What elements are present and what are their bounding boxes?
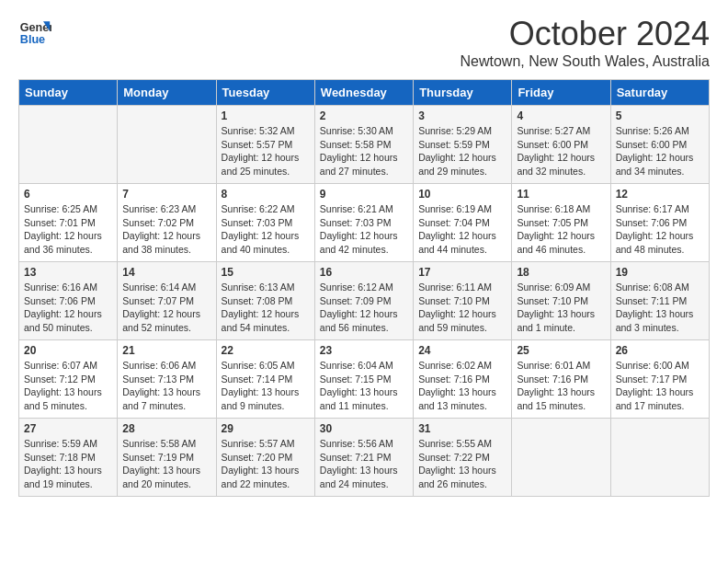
day-number: 24 [418, 344, 506, 357]
day-number: 20 [24, 344, 112, 357]
day-content: Sunrise: 6:06 AM Sunset: 7:13 PM Dayligh… [122, 359, 210, 413]
calendar-body: 1Sunrise: 5:32 AM Sunset: 5:57 PM Daylig… [19, 106, 710, 497]
calendar-cell: 12Sunrise: 6:17 AM Sunset: 7:06 PM Dayli… [610, 184, 709, 262]
day-content: Sunrise: 5:29 AM Sunset: 5:59 PM Dayligh… [418, 124, 506, 178]
calendar-table: SundayMondayTuesdayWednesdayThursdayFrid… [18, 79, 710, 497]
day-content: Sunrise: 6:07 AM Sunset: 7:12 PM Dayligh… [24, 359, 112, 413]
calendar-cell: 16Sunrise: 6:12 AM Sunset: 7:09 PM Dayli… [314, 262, 413, 340]
calendar-cell: 18Sunrise: 6:09 AM Sunset: 7:10 PM Dayli… [512, 262, 610, 340]
calendar-header-cell: Monday [118, 80, 216, 106]
calendar-cell: 9Sunrise: 6:21 AM Sunset: 7:03 PM Daylig… [314, 184, 413, 262]
month-title: October 2024 [460, 15, 710, 53]
day-number: 9 [320, 188, 408, 201]
calendar-week-row: 13Sunrise: 6:16 AM Sunset: 7:06 PM Dayli… [19, 262, 710, 340]
calendar-cell: 11Sunrise: 6:18 AM Sunset: 7:05 PM Dayli… [512, 184, 610, 262]
day-number: 19 [616, 266, 704, 279]
calendar-header-cell: Saturday [610, 80, 709, 106]
day-content: Sunrise: 6:17 AM Sunset: 7:06 PM Dayligh… [616, 202, 704, 257]
calendar-cell: 1Sunrise: 5:32 AM Sunset: 5:57 PM Daylig… [216, 106, 314, 184]
day-number: 14 [122, 266, 210, 279]
day-number: 12 [616, 188, 704, 201]
day-number: 25 [517, 344, 605, 357]
calendar-cell: 4Sunrise: 5:27 AM Sunset: 6:00 PM Daylig… [512, 106, 610, 184]
day-content: Sunrise: 6:12 AM Sunset: 7:09 PM Dayligh… [320, 281, 408, 335]
calendar-cell: 25Sunrise: 6:01 AM Sunset: 7:16 PM Dayli… [512, 340, 610, 419]
calendar-week-row: 6Sunrise: 6:25 AM Sunset: 7:01 PM Daylig… [19, 184, 710, 262]
day-number: 18 [517, 266, 605, 279]
day-content: Sunrise: 5:55 AM Sunset: 7:22 PM Dayligh… [418, 437, 506, 491]
calendar-cell: 3Sunrise: 5:29 AM Sunset: 5:59 PM Daylig… [414, 106, 512, 184]
calendar-cell: 10Sunrise: 6:19 AM Sunset: 7:04 PM Dayli… [414, 184, 512, 262]
day-number: 28 [122, 422, 210, 435]
day-content: Sunrise: 6:14 AM Sunset: 7:07 PM Dayligh… [122, 281, 210, 335]
calendar-cell [512, 419, 610, 497]
calendar-week-row: 27Sunrise: 5:59 AM Sunset: 7:18 PM Dayli… [19, 419, 710, 497]
day-content: Sunrise: 5:26 AM Sunset: 6:00 PM Dayligh… [616, 124, 704, 178]
day-content: Sunrise: 5:57 AM Sunset: 7:20 PM Dayligh… [222, 437, 310, 491]
day-content: Sunrise: 6:25 AM Sunset: 7:01 PM Dayligh… [24, 202, 112, 257]
svg-text:Blue: Blue [20, 33, 45, 46]
calendar-cell: 22Sunrise: 6:05 AM Sunset: 7:14 PM Dayli… [216, 340, 314, 419]
day-number: 23 [320, 344, 408, 357]
calendar-cell: 23Sunrise: 6:04 AM Sunset: 7:15 PM Dayli… [314, 340, 413, 419]
calendar-week-row: 1Sunrise: 5:32 AM Sunset: 5:57 PM Daylig… [19, 106, 710, 184]
calendar-header-cell: Sunday [19, 80, 118, 106]
calendar-cell: 24Sunrise: 6:02 AM Sunset: 7:16 PM Dayli… [414, 340, 512, 419]
calendar-cell: 26Sunrise: 6:00 AM Sunset: 7:17 PM Dayli… [610, 340, 709, 419]
calendar-cell: 19Sunrise: 6:08 AM Sunset: 7:11 PM Dayli… [610, 262, 709, 340]
day-number: 6 [24, 188, 112, 201]
day-number: 10 [418, 188, 506, 201]
day-number: 22 [222, 344, 310, 357]
day-content: Sunrise: 6:21 AM Sunset: 7:03 PM Dayligh… [320, 202, 408, 257]
day-content: Sunrise: 6:13 AM Sunset: 7:08 PM Dayligh… [222, 281, 310, 335]
day-content: Sunrise: 6:04 AM Sunset: 7:15 PM Dayligh… [320, 359, 408, 413]
day-content: Sunrise: 6:02 AM Sunset: 7:16 PM Dayligh… [418, 359, 506, 413]
calendar-cell: 13Sunrise: 6:16 AM Sunset: 7:06 PM Dayli… [19, 262, 118, 340]
calendar-cell: 31Sunrise: 5:55 AM Sunset: 7:22 PM Dayli… [414, 419, 512, 497]
day-content: Sunrise: 6:22 AM Sunset: 7:03 PM Dayligh… [222, 202, 310, 257]
calendar-week-row: 20Sunrise: 6:07 AM Sunset: 7:12 PM Dayli… [19, 340, 710, 419]
calendar-cell: 29Sunrise: 5:57 AM Sunset: 7:20 PM Dayli… [216, 419, 314, 497]
day-number: 21 [122, 344, 210, 357]
calendar-cell: 7Sunrise: 6:23 AM Sunset: 7:02 PM Daylig… [118, 184, 216, 262]
calendar-cell: 8Sunrise: 6:22 AM Sunset: 7:03 PM Daylig… [216, 184, 314, 262]
day-content: Sunrise: 5:56 AM Sunset: 7:21 PM Dayligh… [320, 437, 408, 491]
day-content: Sunrise: 6:05 AM Sunset: 7:14 PM Dayligh… [222, 359, 310, 413]
day-content: Sunrise: 6:23 AM Sunset: 7:02 PM Dayligh… [122, 202, 210, 257]
day-number: 4 [517, 109, 605, 122]
day-content: Sunrise: 6:01 AM Sunset: 7:16 PM Dayligh… [517, 359, 605, 413]
day-number: 1 [222, 109, 310, 122]
calendar-cell: 21Sunrise: 6:06 AM Sunset: 7:13 PM Dayli… [118, 340, 216, 419]
calendar-cell: 5Sunrise: 5:26 AM Sunset: 6:00 PM Daylig… [610, 106, 709, 184]
day-number: 27 [24, 422, 112, 435]
calendar-cell [118, 106, 216, 184]
day-number: 26 [616, 344, 704, 357]
day-number: 31 [418, 422, 506, 435]
day-content: Sunrise: 6:18 AM Sunset: 7:05 PM Dayligh… [517, 202, 605, 257]
day-number: 13 [24, 266, 112, 279]
calendar-cell: 27Sunrise: 5:59 AM Sunset: 7:18 PM Dayli… [19, 419, 118, 497]
calendar-cell [19, 106, 118, 184]
location-title: Newtown, New South Wales, Australia [460, 53, 710, 70]
calendar-header-cell: Wednesday [314, 80, 413, 106]
calendar-cell: 20Sunrise: 6:07 AM Sunset: 7:12 PM Dayli… [19, 340, 118, 419]
calendar-cell: 17Sunrise: 6:11 AM Sunset: 7:10 PM Dayli… [414, 262, 512, 340]
day-content: Sunrise: 6:08 AM Sunset: 7:11 PM Dayligh… [616, 281, 704, 335]
calendar-header-cell: Tuesday [216, 80, 314, 106]
day-number: 5 [616, 109, 704, 122]
day-content: Sunrise: 6:11 AM Sunset: 7:10 PM Dayligh… [418, 281, 506, 335]
day-content: Sunrise: 5:32 AM Sunset: 5:57 PM Dayligh… [222, 124, 310, 178]
day-number: 17 [418, 266, 506, 279]
calendar-cell: 6Sunrise: 6:25 AM Sunset: 7:01 PM Daylig… [19, 184, 118, 262]
day-content: Sunrise: 6:19 AM Sunset: 7:04 PM Dayligh… [418, 202, 506, 257]
day-number: 7 [122, 188, 210, 201]
day-number: 8 [222, 188, 310, 201]
day-content: Sunrise: 6:09 AM Sunset: 7:10 PM Dayligh… [517, 281, 605, 335]
title-area: October 2024 Newtown, New South Wales, A… [460, 15, 710, 70]
calendar-cell: 15Sunrise: 6:13 AM Sunset: 7:08 PM Dayli… [216, 262, 314, 340]
day-content: Sunrise: 6:16 AM Sunset: 7:06 PM Dayligh… [24, 281, 112, 335]
day-content: Sunrise: 5:58 AM Sunset: 7:19 PM Dayligh… [122, 437, 210, 491]
calendar-cell: 30Sunrise: 5:56 AM Sunset: 7:21 PM Dayli… [314, 419, 413, 497]
logo-icon: General Blue [18, 15, 51, 48]
calendar-cell: 2Sunrise: 5:30 AM Sunset: 5:58 PM Daylig… [314, 106, 413, 184]
